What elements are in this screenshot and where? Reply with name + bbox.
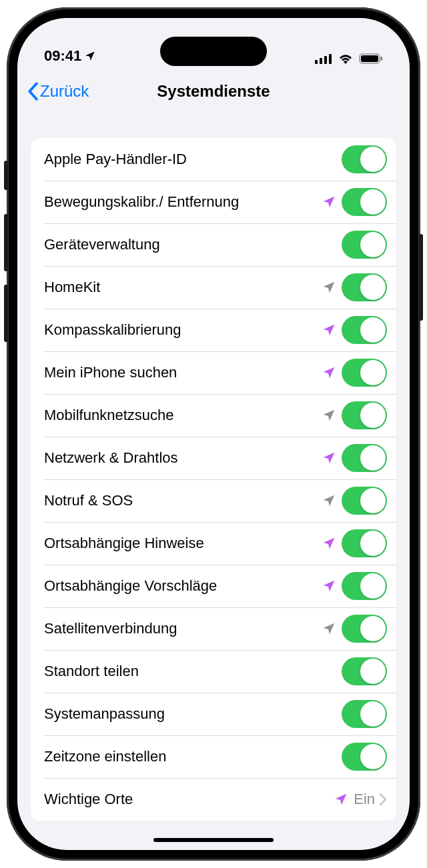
- page-title: Systemdienste: [157, 82, 270, 101]
- toggle-switch[interactable]: [342, 231, 387, 259]
- svg-rect-2: [324, 56, 327, 64]
- iphone-device-frame: 09:41: [7, 7, 420, 861]
- row-value: Ein: [354, 791, 375, 808]
- status-time: 09:41: [44, 47, 81, 65]
- settings-row: Ortsabhängige Vorschläge: [31, 565, 396, 607]
- row-label: Bewegungskalibr./ Entfernung: [44, 193, 320, 211]
- silent-switch: [4, 161, 8, 190]
- row-label: Ortsabhängige Hinweise: [44, 535, 320, 552]
- row-label: Kompasskalibrierung: [44, 321, 320, 339]
- svg-rect-0: [315, 60, 318, 64]
- power-button: [419, 234, 423, 321]
- settings-row: Zeitzone einstellen: [31, 735, 396, 778]
- settings-row: Standort teilen: [31, 650, 396, 693]
- row-label: Wichtige Orte: [44, 791, 332, 808]
- row-label: Geräteverwaltung: [44, 236, 342, 253]
- settings-row: Apple Pay-Händler-ID: [31, 138, 396, 181]
- settings-row[interactable]: Wichtige OrteEin: [31, 778, 396, 821]
- settings-row: Satellitenverbindung: [31, 607, 396, 650]
- svg-rect-3: [329, 54, 332, 64]
- location-arrow-icon: [320, 536, 338, 551]
- chevron-left-icon: [27, 82, 39, 101]
- chevron-right-icon: [379, 793, 387, 806]
- toggle-switch[interactable]: [342, 529, 387, 557]
- location-arrow-icon: [320, 451, 338, 465]
- battery-icon: [359, 53, 383, 65]
- location-arrow-icon: [320, 621, 338, 636]
- location-arrow-icon: [320, 280, 338, 295]
- toggle-switch[interactable]: [342, 615, 387, 643]
- wifi-icon: [338, 53, 354, 65]
- settings-row: Notruf & SOS: [31, 479, 396, 522]
- toggle-switch[interactable]: [342, 145, 387, 173]
- volume-down-button: [4, 285, 8, 342]
- dynamic-island: [160, 37, 267, 66]
- row-label: Satellitenverbindung: [44, 620, 320, 637]
- location-arrow-icon: [320, 493, 338, 508]
- location-arrow-icon: [84, 50, 96, 62]
- row-label: Netzwerk & Drahtlos: [44, 449, 320, 467]
- settings-row: HomeKit: [31, 266, 396, 309]
- svg-rect-6: [381, 57, 383, 61]
- toggle-switch[interactable]: [342, 316, 387, 344]
- settings-row: Mobilfunknetzsuche: [31, 394, 396, 437]
- home-indicator[interactable]: [153, 838, 274, 842]
- row-label: Ortsabhängige Vorschläge: [44, 577, 320, 595]
- location-arrow-icon: [332, 792, 350, 807]
- navigation-bar: Zurück Systemdienste: [17, 70, 410, 113]
- content-area[interactable]: Apple Pay-Händler-IDBewegungskalibr./ En…: [17, 113, 410, 850]
- toggle-switch[interactable]: [342, 572, 387, 600]
- row-label: Mobilfunknetzsuche: [44, 407, 320, 424]
- toggle-switch[interactable]: [342, 188, 387, 216]
- row-label: Zeitzone einstellen: [44, 748, 342, 765]
- toggle-switch[interactable]: [342, 359, 387, 387]
- settings-row: Bewegungskalibr./ Entfernung: [31, 181, 396, 223]
- settings-list: Apple Pay-Händler-IDBewegungskalibr./ En…: [31, 138, 396, 821]
- settings-row: Ortsabhängige Hinweise: [31, 522, 396, 565]
- toggle-switch[interactable]: [342, 444, 387, 472]
- location-arrow-icon: [320, 195, 338, 209]
- settings-row: Mein iPhone suchen: [31, 351, 396, 394]
- location-arrow-icon: [320, 408, 338, 423]
- svg-rect-1: [320, 58, 322, 64]
- back-label: Zurück: [40, 82, 89, 101]
- settings-row: Kompasskalibrierung: [31, 309, 396, 351]
- toggle-switch[interactable]: [342, 401, 387, 429]
- row-label: Apple Pay-Händler-ID: [44, 151, 342, 168]
- volume-up-button: [4, 214, 8, 271]
- row-label: Notruf & SOS: [44, 492, 320, 509]
- screen: 09:41: [17, 18, 410, 850]
- settings-row: Systemanpassung: [31, 693, 396, 735]
- toggle-switch[interactable]: [342, 273, 387, 301]
- back-button[interactable]: Zurück: [27, 82, 89, 101]
- settings-row: Netzwerk & Drahtlos: [31, 437, 396, 479]
- cellular-signal-icon: [315, 53, 332, 64]
- svg-rect-5: [361, 55, 378, 62]
- row-label: Systemanpassung: [44, 705, 342, 723]
- location-arrow-icon: [320, 365, 338, 380]
- toggle-switch[interactable]: [342, 657, 387, 685]
- row-label: Standort teilen: [44, 663, 342, 680]
- toggle-switch[interactable]: [342, 700, 387, 728]
- toggle-switch[interactable]: [342, 743, 387, 771]
- location-arrow-icon: [320, 323, 338, 337]
- row-label: Mein iPhone suchen: [44, 364, 320, 381]
- location-arrow-icon: [320, 579, 338, 593]
- toggle-switch[interactable]: [342, 487, 387, 515]
- settings-row: Geräteverwaltung: [31, 223, 396, 266]
- row-label: HomeKit: [44, 279, 320, 296]
